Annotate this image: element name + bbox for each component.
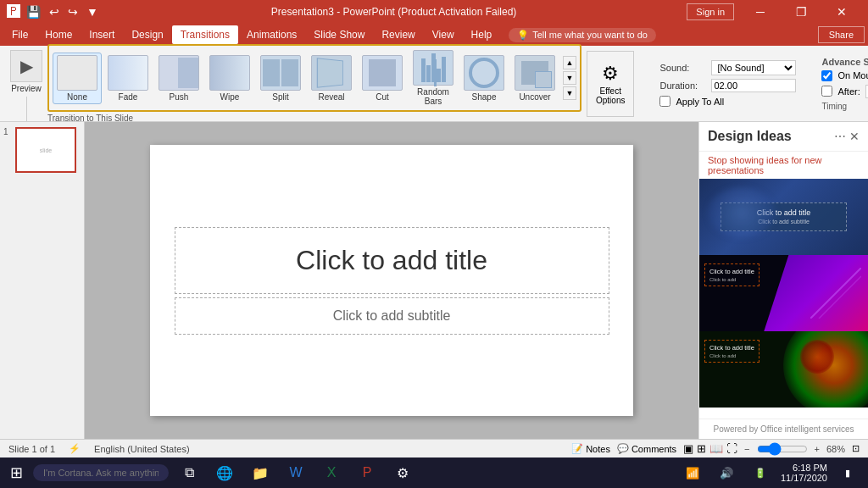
slide-title-area[interactable]: Click to add title — [175, 227, 609, 294]
menu-insert[interactable]: Insert — [81, 25, 123, 44]
undo-button[interactable]: ↩ — [47, 3, 62, 20]
menu-review[interactable]: Review — [373, 25, 423, 44]
customize-quickaccess-button[interactable]: ▼ — [84, 3, 101, 20]
effect-options-group: ⚙ EffectOptions — [587, 51, 634, 117]
slideshow-button[interactable]: ⛶ — [726, 442, 737, 455]
restore-button[interactable]: ❐ — [782, 0, 821, 24]
word-icon[interactable]: W — [281, 458, 311, 488]
share-button[interactable]: Share — [818, 26, 865, 43]
menu-help[interactable]: Help — [463, 25, 501, 44]
task-view-button[interactable]: ⧉ — [174, 458, 204, 488]
design-idea-2[interactable]: Click to add titleClick to add — [699, 255, 868, 331]
slides-panel: 1 slide — [0, 122, 85, 439]
transition-none[interactable]: None — [53, 53, 102, 104]
design-panel-close-button[interactable]: ✕ — [849, 130, 860, 143]
reveal-label: Reveal — [318, 92, 344, 102]
transition-wipe[interactable]: Wipe — [205, 53, 254, 103]
edge-icon[interactable]: 🌐 — [209, 458, 240, 488]
scroll-down-button[interactable]: ▼ — [563, 71, 576, 85]
idea3-circle2 — [800, 340, 834, 374]
zoom-slider[interactable] — [757, 442, 808, 456]
slide-sorter-button[interactable]: ⊞ — [697, 442, 706, 455]
sound-row: Sound: [No Sound] — [659, 60, 796, 75]
transition-uncover[interactable]: Uncover — [510, 53, 559, 103]
comments-button[interactable]: 💬 Comments — [617, 443, 676, 454]
start-button[interactable]: ⊞ — [5, 462, 28, 484]
duration-input[interactable] — [711, 79, 796, 92]
menu-view[interactable]: View — [424, 25, 463, 44]
scroll-more-button[interactable]: ▼ — [563, 86, 576, 100]
lightbulb-icon: 💡 — [517, 30, 529, 41]
volume-icon[interactable]: 🔊 — [711, 458, 742, 488]
after-checkbox[interactable] — [821, 86, 832, 97]
transition-reveal[interactable]: Reveal — [307, 53, 356, 103]
design-idea-1[interactable]: Click to add titleClick to add subtitle — [699, 179, 868, 255]
after-row: After: — [821, 85, 868, 98]
design-idea-3[interactable]: Click to add titleClick to add — [699, 331, 868, 408]
menu-design[interactable]: Design — [123, 25, 171, 44]
transitions-gallery: None Fade Push Wipe — [47, 44, 581, 112]
reading-view-button[interactable]: 📖 — [709, 442, 723, 455]
redo-button[interactable]: ↪ — [65, 3, 81, 20]
transition-fade[interactable]: Fade — [103, 53, 153, 103]
view-buttons: ▣ ⊞ 📖 ⛶ — [683, 442, 737, 455]
menu-slideshow[interactable]: Slide Show — [305, 25, 373, 44]
fit-slide-button[interactable]: ⊡ — [852, 443, 860, 454]
slide-1-container: 1 slide — [3, 127, 81, 173]
preview-button[interactable]: ▶ Preview — [5, 47, 47, 97]
uncover-label: Uncover — [519, 92, 550, 102]
powerpoint-taskbar-icon[interactable]: P — [352, 458, 382, 488]
transition-split[interactable]: Split — [256, 53, 305, 103]
minus-zoom-button[interactable]: − — [744, 444, 749, 454]
mouse-click-label: On Mouse Click — [837, 70, 868, 80]
menu-home[interactable]: Home — [36, 25, 81, 44]
signin-button[interactable]: Sign in — [687, 3, 734, 20]
tell-me-bar[interactable]: 💡 Tell me what you want to do — [509, 28, 656, 42]
transition-cut[interactable]: Cut — [358, 53, 407, 103]
plus-zoom-button[interactable]: + — [815, 444, 820, 454]
transition-shape[interactable]: Shape — [459, 53, 509, 103]
design-panel-expand-button[interactable]: ⋯ — [834, 130, 846, 143]
scroll-up-button[interactable]: ▲ — [563, 56, 576, 69]
stop-showing-link[interactable]: Stop showing ideas for new presentations — [699, 152, 868, 179]
transition-push[interactable]: Push — [154, 53, 203, 103]
battery-icon[interactable]: 🔋 — [745, 458, 776, 488]
sound-select[interactable]: [No Sound] — [711, 60, 796, 75]
excel-icon[interactable]: X — [316, 458, 347, 488]
notes-button[interactable]: 📝 Notes — [571, 443, 610, 454]
save-quickaccess-button[interactable]: 💾 — [24, 3, 43, 20]
duration-row: Duration: — [659, 79, 796, 92]
menu-transitions[interactable]: Transitions — [172, 25, 238, 44]
duration-label: Duration: — [659, 80, 706, 91]
title-bar: 🅿 💾 ↩ ↪ ▼ Presentation3 - PowerPoint (Pr… — [0, 0, 868, 24]
comments-icon: 💬 — [617, 443, 629, 454]
minimize-button[interactable]: ─ — [741, 0, 780, 24]
design-ideas-list: Click to add titleClick to add subtitle … — [699, 179, 868, 419]
menu-bar: File Home Insert Design Transitions Anim… — [0, 24, 868, 46]
settings-icon[interactable]: ⚙ — [387, 458, 418, 488]
apply-all-checkbox[interactable] — [659, 96, 670, 107]
network-icon[interactable]: 📶 — [677, 458, 708, 488]
canvas-area: Click to add title Click to add subtitle — [85, 122, 698, 439]
slide-subtitle-area[interactable]: Click to add subtitle — [175, 297, 609, 335]
menu-file[interactable]: File — [3, 25, 36, 44]
design-panel-controls: ⋯ ✕ — [834, 130, 860, 143]
close-button[interactable]: ✕ — [822, 0, 861, 24]
file-explorer-button[interactable]: 📁 — [245, 458, 275, 488]
advance-slide-group: Advance Slide On Mouse Click After: Timi… — [821, 57, 868, 111]
cortana-search[interactable] — [33, 464, 169, 481]
slide-canvas[interactable]: Click to add title Click to add subtitle — [150, 145, 633, 416]
effect-options-button[interactable]: ⚙ EffectOptions — [587, 51, 634, 117]
transition-random-bars[interactable]: Random Bars — [409, 48, 458, 108]
show-desktop-button[interactable]: ▮ — [832, 458, 863, 488]
svg-line-1 — [819, 276, 861, 319]
menu-animations[interactable]: Animations — [238, 25, 305, 44]
main-area: 1 slide Click to add title Click to add … — [0, 122, 868, 439]
mouse-click-checkbox[interactable] — [821, 70, 832, 81]
shape-icon — [464, 55, 504, 91]
mouse-click-row: On Mouse Click — [821, 70, 868, 81]
slide-1-thumbnail[interactable]: slide — [15, 127, 76, 173]
ribbon-group-preview: ▶ Preview — [5, 47, 47, 121]
normal-view-button[interactable]: ▣ — [683, 442, 693, 455]
design-panel-header: Design Ideas ⋯ ✕ — [699, 122, 868, 152]
